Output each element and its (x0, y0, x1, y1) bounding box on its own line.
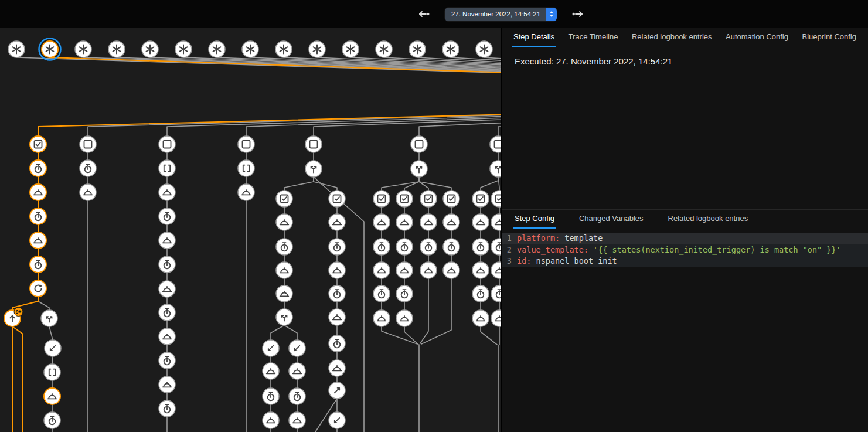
graph-node-arrow-up[interactable]: 9+ (4, 308, 23, 327)
graph-node-timer[interactable] (159, 352, 175, 369)
graph-node-timer[interactable] (373, 239, 390, 255)
graph-node-trigger[interactable] (309, 41, 325, 57)
graph-node-service[interactable] (373, 262, 390, 278)
graph-node-service[interactable] (443, 262, 459, 278)
graph-node-square[interactable] (305, 136, 322, 152)
graph-node-service[interactable] (30, 184, 46, 200)
graph-node-arrow-bl[interactable] (329, 412, 345, 428)
graph-node-timer[interactable] (491, 285, 501, 302)
graph-node-service[interactable] (396, 310, 413, 326)
graph-node-repeat[interactable] (30, 280, 46, 297)
graph-node-service[interactable] (263, 363, 279, 379)
graph-node-condition[interactable] (491, 191, 501, 207)
graph-node-service[interactable] (80, 184, 96, 200)
graph-node-condition[interactable] (472, 191, 489, 207)
graph-node-service[interactable] (329, 309, 345, 325)
graph-node-arrow-bl[interactable] (45, 340, 61, 356)
graph-node-service[interactable] (159, 376, 175, 393)
tab-related-logbook-entries[interactable]: Related logbook entries (667, 210, 750, 229)
next-run-button[interactable] (571, 7, 585, 21)
graph-node-service[interactable] (263, 412, 279, 428)
graph-node-choose[interactable] (305, 161, 322, 177)
graph-node-service[interactable] (443, 214, 459, 230)
graph-node-condition[interactable] (420, 191, 437, 207)
graph-node-timer[interactable] (289, 388, 305, 404)
graph-node-trigger[interactable] (342, 41, 359, 57)
graph-node-trigger[interactable] (242, 41, 258, 57)
graph-node-trigger[interactable] (209, 41, 225, 57)
previous-run-button[interactable] (417, 7, 431, 21)
graph-node-timer[interactable] (329, 285, 345, 302)
graph-node-square[interactable] (159, 136, 175, 152)
graph-node-service[interactable] (44, 388, 60, 404)
graph-node-trigger[interactable] (108, 41, 125, 57)
run-select[interactable]: 27. November 2022, 14:54:21 (445, 8, 557, 21)
graph-node-timer[interactable] (159, 208, 175, 224)
graph-node-trigger[interactable] (39, 39, 61, 60)
graph-node-timer[interactable] (420, 239, 437, 255)
graph-node-service[interactable] (472, 262, 489, 278)
graph-node-timer[interactable] (443, 239, 459, 255)
graph-node-service[interactable] (276, 285, 292, 302)
graph-node-condition[interactable] (276, 191, 292, 207)
graph-node-timer[interactable] (491, 239, 501, 255)
graph-node-square[interactable] (80, 136, 96, 152)
graph-node-brackets[interactable] (238, 160, 254, 176)
graph-node-square[interactable] (238, 136, 254, 152)
graph-node-service[interactable] (276, 214, 292, 230)
graph-node-trigger[interactable] (376, 41, 392, 57)
tab-step-details[interactable]: Step Details (512, 28, 556, 47)
tab-trace-timeline[interactable]: Trace Timeline (567, 28, 619, 47)
graph-node-service[interactable] (329, 262, 345, 278)
graph-node-trigger[interactable] (75, 41, 91, 57)
graph-node-service[interactable] (396, 262, 413, 278)
tab-related-logbook-entries[interactable]: Related logbook entries (631, 28, 713, 47)
graph-node-service[interactable] (329, 360, 345, 376)
graph-node-timer[interactable] (30, 160, 46, 176)
graph-node-service[interactable] (276, 262, 292, 278)
graph-node-condition[interactable] (373, 191, 390, 207)
graph-node-timer[interactable] (30, 256, 46, 273)
graph-node-condition[interactable] (443, 191, 459, 207)
graph-node-brackets[interactable] (159, 160, 175, 176)
graph-node-arrow-ne[interactable] (329, 382, 345, 399)
graph-node-service[interactable] (491, 262, 501, 278)
graph-node-service[interactable] (159, 281, 175, 297)
tab-automation-config[interactable]: Automation Config (724, 28, 789, 47)
graph-node-service[interactable] (472, 310, 489, 326)
graph-node-timer[interactable] (472, 239, 489, 255)
graph-node-choose[interactable] (490, 161, 501, 177)
graph-node-trigger[interactable] (8, 41, 25, 57)
graph-node-timer[interactable] (159, 256, 175, 273)
graph-node-service[interactable] (472, 214, 489, 230)
graph-node-timer[interactable] (373, 285, 390, 302)
graph-node-split[interactable] (276, 309, 292, 325)
graph-node-choose[interactable] (411, 161, 427, 177)
graph-node-timer[interactable] (276, 239, 292, 255)
graph-node-service[interactable] (159, 184, 175, 200)
graph-node-service[interactable] (159, 328, 175, 345)
graph-node-service[interactable] (238, 184, 254, 200)
graph-node-split[interactable] (41, 310, 57, 326)
tab-step-config[interactable]: Step Config (513, 210, 556, 229)
graph-node-arrow-bl[interactable] (289, 340, 305, 356)
graph-node-service[interactable] (159, 232, 175, 249)
tab-changed-variables[interactable]: Changed Variables (578, 210, 645, 229)
graph-node-timer[interactable] (159, 400, 175, 417)
graph-node-service[interactable] (289, 363, 305, 379)
graph-node-timer[interactable] (30, 208, 46, 224)
trace-graph-pane[interactable]: 9+ (0, 28, 501, 432)
tab-blueprint-config[interactable]: Blueprint Config (801, 28, 857, 47)
graph-node-service[interactable] (329, 214, 345, 230)
graph-node-service[interactable] (491, 310, 501, 326)
graph-node-timer[interactable] (159, 304, 175, 321)
graph-node-condition[interactable] (396, 191, 413, 207)
graph-node-timer[interactable] (329, 335, 345, 352)
graph-node-timer[interactable] (263, 388, 279, 404)
step-config-code[interactable]: 1platform: template2value_template: '{{ … (502, 233, 868, 267)
graph-node-trigger[interactable] (476, 41, 492, 57)
graph-node-timer[interactable] (44, 412, 60, 428)
graph-node-brackets[interactable] (44, 364, 60, 380)
graph-node-service[interactable] (491, 214, 501, 230)
graph-node-condition[interactable] (30, 136, 46, 152)
